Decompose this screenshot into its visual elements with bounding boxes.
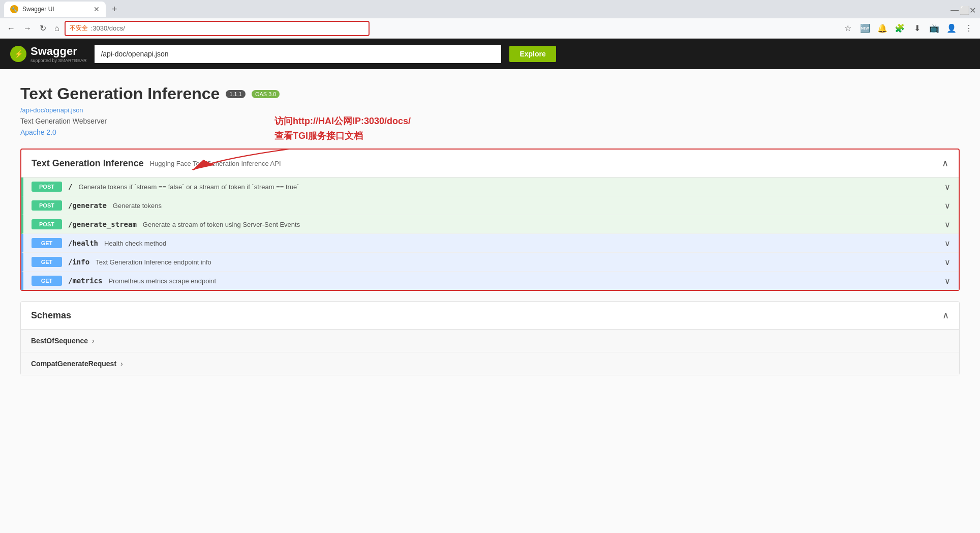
swagger-logo-text: Swagger <box>30 45 86 58</box>
method-badge-get: GET <box>32 257 62 267</box>
notification-button[interactable]: 🔔 <box>875 21 890 36</box>
endpoint-path: /generate <box>68 201 107 210</box>
endpoint-expand-icon: ∨ <box>944 201 951 211</box>
download-button[interactable]: ⬇ <box>910 21 924 36</box>
endpoint-description: Prometheus metrics scrape endpoint <box>108 277 216 285</box>
swagger-logo-subtext: supported by SMARTBEAR <box>30 58 86 63</box>
swagger-logo: ⚡ Swagger supported by SMARTBEAR <box>10 45 86 63</box>
schema-expand-icon: › <box>92 337 95 345</box>
minimize-button[interactable]: — <box>951 6 958 13</box>
endpoint-description: Generate tokens <box>113 202 162 210</box>
main-content: Text Generation Inference 1.1.1 OAS 3.0 … <box>0 69 980 533</box>
back-button[interactable]: ← <box>4 22 18 35</box>
endpoint-description: Generate tokens if `stream == false` or … <box>78 183 299 191</box>
swagger-logo-icon: ⚡ <box>10 46 26 62</box>
method-badge-post: POST <box>32 182 62 192</box>
license-link[interactable]: Apache 2.0 <box>20 128 960 136</box>
schemas-chevron-icon: ∧ <box>942 310 949 321</box>
endpoint-row[interactable]: POST/Generate tokens if `stream == false… <box>21 177 959 196</box>
endpoint-path: /health <box>68 239 98 247</box>
close-window-button[interactable]: ✕ <box>969 6 976 13</box>
api-section-chevron-icon: ∧ <box>942 158 948 169</box>
endpoint-path: /generate_stream <box>68 220 137 228</box>
schema-expand-icon: › <box>120 360 123 368</box>
tab-favicon: 🔧 <box>10 5 18 13</box>
page-title: Text Generation Inference <box>20 84 220 103</box>
swagger-url-input[interactable] <box>95 45 501 63</box>
endpoint-row[interactable]: GET/infoText Generation Inference endpoi… <box>21 253 959 272</box>
window-controls: — ⬜ ✕ <box>951 6 976 13</box>
version-badge: 1.1.1 <box>226 90 245 98</box>
security-warning: 不安全 <box>70 24 88 33</box>
reload-button[interactable]: ↻ <box>37 21 49 35</box>
page-description: Text Generation Webserver <box>20 117 960 125</box>
api-section: Text Generation Inference Hugging Face T… <box>20 149 960 291</box>
endpoint-row[interactable]: POST/generate_streamGenerate a stream of… <box>21 215 959 234</box>
schema-list: BestOfSequence›CompatGenerateRequest› <box>21 330 959 375</box>
endpoint-row[interactable]: GET/metricsPrometheus metrics scrape end… <box>21 272 959 290</box>
explore-button[interactable]: Explore <box>509 46 556 62</box>
tab-close-button[interactable]: ✕ <box>94 5 100 13</box>
swagger-header: ⚡ Swagger supported by SMARTBEAR Explore <box>0 39 980 69</box>
schema-name: BestOfSequence <box>31 337 88 345</box>
method-badge-get: GET <box>32 276 62 286</box>
address-bar[interactable]: 不安全 :3030/docs/ <box>65 21 370 36</box>
new-badge-button[interactable]: 🆕 <box>858 21 872 36</box>
endpoint-row[interactable]: POST/generateGenerate tokens∨ <box>21 196 959 215</box>
page-title-row: Text Generation Inference 1.1.1 OAS 3.0 <box>20 84 960 103</box>
endpoint-description: Text Generation Inference endpoint info <box>96 258 211 266</box>
tab-title: Swagger UI <box>22 6 54 13</box>
endpoint-list: POST/Generate tokens if `stream == false… <box>21 177 959 290</box>
endpoint-description: Health check method <box>104 240 166 247</box>
api-section-description: Hugging Face Text Generation Inference A… <box>150 160 281 167</box>
forward-button[interactable]: → <box>20 22 35 35</box>
subtitle-link[interactable]: /api-doc/openapi.json <box>20 106 960 114</box>
tab-bar: 🔧 Swagger UI ✕ + — ⬜ ✕ <box>0 0 980 18</box>
nav-actions: ☆ 🆕 🔔 🧩 ⬇ 📺 👤 ⋮ <box>841 21 976 36</box>
endpoint-path: /info <box>68 258 89 266</box>
schemas-header[interactable]: Schemas ∧ <box>21 302 959 330</box>
method-badge-get: GET <box>32 238 62 248</box>
endpoint-description: Generate a stream of token using Server-… <box>143 221 300 228</box>
endpoint-expand-icon: ∨ <box>944 239 951 248</box>
endpoint-path: /metrics <box>68 277 102 285</box>
tab-cast-button[interactable]: 📺 <box>927 21 941 36</box>
schemas-section: Schemas ∧ BestOfSequence›CompatGenerateR… <box>20 301 960 375</box>
nav-bar: ← → ↻ ⌂ 不安全 :3030/docs/ ☆ 🆕 🔔 🧩 ⬇ 📺 👤 ⋮ <box>0 18 980 39</box>
endpoint-row[interactable]: GET/healthHealth check method∨ <box>21 234 959 253</box>
endpoint-path: / <box>68 183 72 191</box>
method-badge-post: POST <box>32 219 62 229</box>
api-section-header[interactable]: Text Generation Inference Hugging Face T… <box>21 150 959 177</box>
method-badge-post: POST <box>32 200 62 211</box>
url-display: :3030/docs/ <box>91 24 364 32</box>
schema-item[interactable]: BestOfSequence› <box>21 330 959 352</box>
endpoint-expand-icon: ∨ <box>944 276 951 286</box>
oas-badge: OAS 3.0 <box>252 90 280 98</box>
maximize-button[interactable]: ⬜ <box>960 6 967 13</box>
endpoint-expand-icon: ∨ <box>944 220 951 229</box>
api-section-container: Text Generation Inference Hugging Face T… <box>20 149 960 291</box>
active-tab[interactable]: 🔧 Swagger UI ✕ <box>4 2 106 17</box>
endpoint-expand-icon: ∨ <box>944 257 951 267</box>
page-title-section: Text Generation Inference 1.1.1 OAS 3.0 … <box>20 84 960 136</box>
bookmark-button[interactable]: ☆ <box>841 21 855 36</box>
schema-name: CompatGenerateRequest <box>31 360 116 368</box>
extension-button[interactable]: 🧩 <box>893 21 907 36</box>
schema-item[interactable]: CompatGenerateRequest› <box>21 352 959 375</box>
schemas-title: Schemas <box>31 310 71 321</box>
endpoint-expand-icon: ∨ <box>944 182 951 192</box>
menu-button[interactable]: ⋮ <box>962 21 976 36</box>
new-tab-button[interactable]: + <box>108 4 121 15</box>
api-section-title: Text Generation Inference <box>32 158 144 169</box>
profile-button[interactable]: 👤 <box>944 21 959 36</box>
home-button[interactable]: ⌂ <box>51 22 63 35</box>
